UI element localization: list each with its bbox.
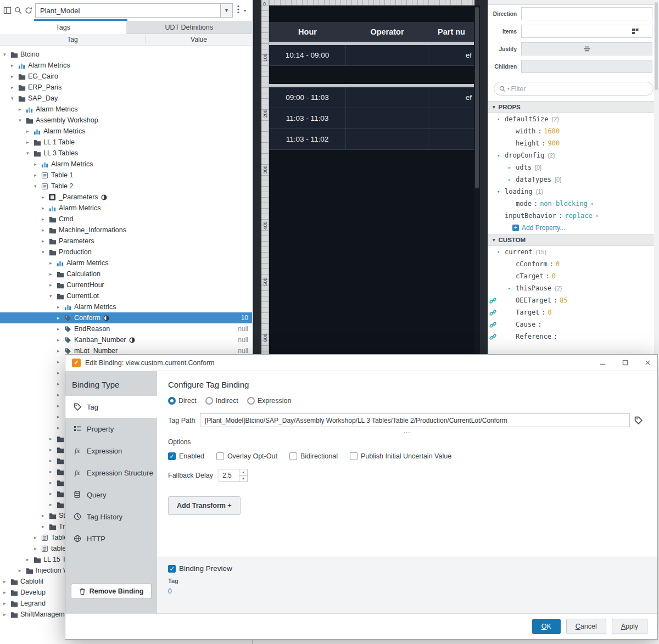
tab-tags[interactable]: Tags — [0, 21, 126, 34]
expand-arrow-icon[interactable]: ▸ — [49, 260, 57, 266]
collapse-arrow-icon[interactable]: ▾ — [3, 52, 10, 57]
expand-arrow-icon[interactable]: ▸ — [49, 282, 57, 288]
collapse-arrow-icon[interactable]: ▾ — [49, 293, 57, 299]
expand-arrow-icon[interactable]: ▸ — [508, 165, 516, 170]
radio-indirect[interactable]: Indirect — [205, 397, 238, 405]
tree-item-kanban-number[interactable]: ▸Kanban_Numbernull — [0, 334, 252, 345]
expand-arrow-icon[interactable]: ▸ — [42, 194, 49, 200]
tree-item-parameters[interactable]: ▸Parameters — [0, 236, 252, 247]
collapse-arrow-icon[interactable]: ▾ — [497, 116, 505, 122]
expand-arrow-icon[interactable]: ▸ — [57, 315, 64, 321]
tree-item-sap-day[interactable]: ▾SAP_Day — [0, 93, 252, 104]
prop-inputbehavior[interactable]: inputBehavior:replace▾ — [488, 210, 659, 222]
kebab-menu-icon[interactable] — [237, 5, 239, 16]
expand-arrow-icon[interactable]: ▸ — [57, 370, 64, 376]
prop-ctarget[interactable]: cTarget:0 — [488, 270, 659, 282]
collapse-arrow-icon[interactable]: ▾ — [493, 104, 495, 110]
binding-type-property[interactable]: Property — [65, 418, 157, 440]
tab-udt-definitions[interactable]: UDT Definitions — [126, 21, 253, 34]
expand-arrow-icon[interactable]: ▸ — [49, 480, 57, 485]
expand-arrow-icon[interactable]: ▸ — [49, 447, 57, 452]
expand-arrow-icon[interactable]: ▸ — [11, 74, 18, 79]
binding-link-icon[interactable] — [488, 321, 497, 328]
collapse-arrow-icon[interactable]: ▾ — [497, 189, 505, 194]
canvas-scrollbar[interactable] — [474, 5, 480, 354]
fallback-delay-input[interactable] — [219, 469, 239, 481]
collapse-arrow-icon[interactable]: ▾ — [19, 117, 26, 123]
expand-arrow-icon[interactable]: ▸ — [49, 458, 57, 463]
prop-oeetarget[interactable]: OEETarget:85 — [488, 294, 659, 306]
scrollbar-thumb[interactable] — [475, 7, 479, 188]
expand-arrow-icon[interactable]: ▸ — [11, 85, 18, 90]
radio-direct[interactable]: Direct — [168, 397, 197, 405]
expand-arrow-icon[interactable]: ▸ — [26, 139, 33, 145]
tag-provider-select[interactable]: Plant_Model ▼ — [35, 3, 233, 18]
expand-arrow-icon[interactable]: ▸ — [3, 579, 10, 584]
tree-item-erp-paris[interactable]: ▸ERP_Paris — [0, 82, 252, 93]
binding-type-tag[interactable]: Tag — [65, 396, 157, 418]
dropdown-caret-icon[interactable]: ▾ — [591, 201, 594, 206]
expand-arrow-icon[interactable]: ▸ — [49, 502, 57, 507]
collapse-arrow-icon[interactable]: ▾ — [26, 150, 33, 156]
expand-arrow-icon[interactable]: ▸ — [57, 403, 64, 408]
expand-arrow-icon[interactable]: ▸ — [3, 590, 10, 595]
binding-type-tag-history[interactable]: Tag History — [65, 506, 157, 528]
step-up-icon[interactable] — [239, 469, 247, 476]
expand-arrow-icon[interactable]: ▸ — [26, 557, 33, 562]
tree-item-alarm-metrics[interactable]: ▸Alarm Metrics — [0, 257, 252, 268]
tree-item-ll-1-table[interactable]: ▸LL 1 Table — [0, 137, 252, 148]
design-canvas[interactable]: HourOperatorPart nu10:14 - 09:00ef09:00 … — [269, 5, 474, 354]
property-panel-scrollbar[interactable] — [654, 0, 659, 354]
tag-path-expander[interactable] — [168, 428, 646, 435]
tag-path-input[interactable] — [200, 413, 630, 427]
binding-type-expression[interactable]: fxExpression — [65, 440, 157, 462]
expand-arrow-icon[interactable]: ▸ — [57, 425, 64, 430]
binding-type-query[interactable]: Query — [65, 484, 157, 506]
prop-cause[interactable]: Cause: — [488, 318, 659, 331]
search-icon[interactable] — [13, 4, 23, 17]
step-down-icon[interactable] — [239, 476, 247, 482]
expand-arrow-icon[interactable]: ▸ — [42, 238, 49, 244]
expand-arrow-icon[interactable]: ▸ — [49, 491, 57, 496]
expand-arrow-icon[interactable]: ▸ — [19, 107, 26, 112]
table-component-preview[interactable]: HourOperatorPart nu10:14 - 09:00ef09:00 … — [269, 22, 474, 150]
tree-item-alarm-metrics[interactable]: ▸Alarm Metrics — [0, 159, 252, 170]
remove-binding-button[interactable]: Remove Binding — [71, 584, 152, 599]
expand-arrow-icon[interactable]: ▸ — [3, 612, 10, 617]
expand-arrow-icon[interactable]: ▸ — [34, 172, 41, 178]
expand-arrow-icon[interactable]: ▸ — [42, 227, 49, 233]
tree-item-alarm-metrics[interactable]: ▸Alarm Metrics — [0, 301, 252, 312]
binding-link-icon[interactable] — [488, 309, 497, 316]
add-transform-button[interactable]: Add Transform + — [168, 496, 241, 515]
prop-datatypes[interactable]: ▸dataTypes[0] — [488, 173, 659, 186]
expand-arrow-icon[interactable]: ▸ — [57, 304, 64, 310]
expand-arrow-icon[interactable]: ▸ — [57, 381, 64, 387]
expand-arrow-icon[interactable]: ▸ — [3, 601, 10, 606]
chevron-down-icon[interactable]: ▼ — [220, 4, 232, 17]
collapse-arrow-icon[interactable]: ▾ — [497, 153, 505, 158]
scrollbar-thumb[interactable] — [655, 2, 658, 90]
filter-caret-icon[interactable]: ▾ — [507, 87, 510, 91]
tree-item-endreason[interactable]: ▸EndReasonnull — [0, 323, 252, 334]
expand-arrow-icon[interactable]: ▸ — [11, 63, 18, 68]
collapse-arrow-icon[interactable]: ▾ — [493, 237, 495, 243]
expand-arrow-icon[interactable]: ▸ — [34, 161, 41, 167]
expand-arrow-icon[interactable]: ▸ — [34, 546, 41, 551]
section-header-custom[interactable]: ▾ CUSTOM — [488, 234, 659, 246]
prop-loading[interactable]: ▾loading{1} — [488, 186, 659, 198]
filter-input[interactable] — [511, 85, 648, 93]
tree-item-currentlot[interactable]: ▾CurrentLot — [0, 290, 252, 301]
tree-item-table-1[interactable]: ▸Table 1 — [0, 170, 252, 181]
tree-item-alarm-metrics[interactable]: ▸Alarm Metrics — [0, 126, 252, 137]
expand-arrow-icon[interactable]: ▸ — [508, 285, 516, 291]
prop-thispause[interactable]: ▸thisPause{2} — [488, 282, 659, 294]
tree-item-production[interactable]: ▾Production — [0, 247, 252, 257]
dialog-titlebar[interactable]: ✓ Edit Binding: view.custom.current.Conf… — [65, 355, 657, 371]
radio-expression[interactable]: Expression — [247, 397, 292, 405]
checkbox-publish-initial-uncertain-value[interactable]: Publish Initial Uncertain Value — [350, 452, 451, 460]
prop-width[interactable]: width:1680 — [488, 125, 659, 137]
expand-arrow-icon[interactable]: ▸ — [508, 177, 516, 182]
tree-item-assembly-workshop[interactable]: ▾Assembly Workshop — [0, 115, 252, 126]
binding-type-http[interactable]: HTTP — [65, 528, 157, 550]
expand-arrow-icon[interactable]: ▸ — [49, 469, 57, 474]
